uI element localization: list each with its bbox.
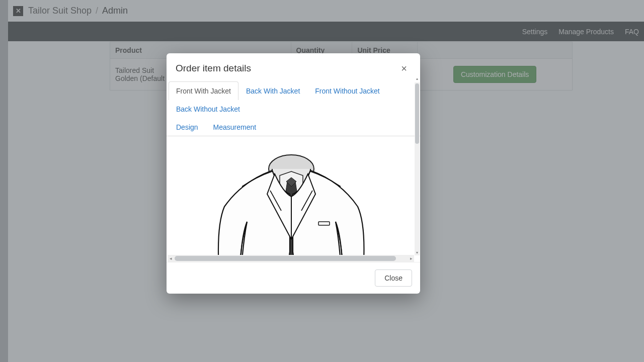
tab-front-without-jacket[interactable]: Front Without Jacket xyxy=(307,81,387,100)
vertical-scrollbar[interactable] xyxy=(415,82,420,255)
suit-preview xyxy=(167,136,420,262)
tabs-row-1: Front With Jacket Back With Jacket Front… xyxy=(167,81,420,118)
modal-title: Order item details xyxy=(176,63,251,74)
tabs-row-2: Design Measurement xyxy=(167,118,420,136)
tab-back-without-jacket[interactable]: Back Without Jacket xyxy=(169,100,248,118)
tab-back-with-jacket[interactable]: Back With Jacket xyxy=(238,81,307,100)
scroll-right-icon[interactable]: ▸ xyxy=(408,256,414,261)
modal-header: Order item details × xyxy=(167,53,420,81)
scroll-up-icon[interactable]: ▴ xyxy=(415,76,420,81)
tab-measurement[interactable]: Measurement xyxy=(206,118,264,136)
vscroll-thumb[interactable] xyxy=(415,83,419,144)
suit-front-jacket-image xyxy=(192,146,393,262)
tab-design[interactable]: Design xyxy=(169,118,206,136)
horizontal-scrollbar[interactable]: ◂ ▸ xyxy=(168,255,414,262)
tab-front-with-jacket[interactable]: Front With Jacket xyxy=(169,81,238,100)
modal-body: Front With Jacket Back With Jacket Front… xyxy=(167,81,420,262)
close-button[interactable]: Close xyxy=(375,269,412,287)
order-item-details-modal: Order item details × Front With Jacket B… xyxy=(167,53,420,294)
scroll-left-icon[interactable]: ◂ xyxy=(168,256,174,261)
modal-scroll-area[interactable]: Front With Jacket Back With Jacket Front… xyxy=(167,81,420,262)
modal-footer: Close xyxy=(167,262,420,294)
hscroll-thumb[interactable] xyxy=(175,256,396,261)
svg-rect-3 xyxy=(318,222,330,225)
close-icon[interactable]: × xyxy=(398,62,410,74)
scroll-down-icon[interactable]: ▾ xyxy=(415,250,420,255)
